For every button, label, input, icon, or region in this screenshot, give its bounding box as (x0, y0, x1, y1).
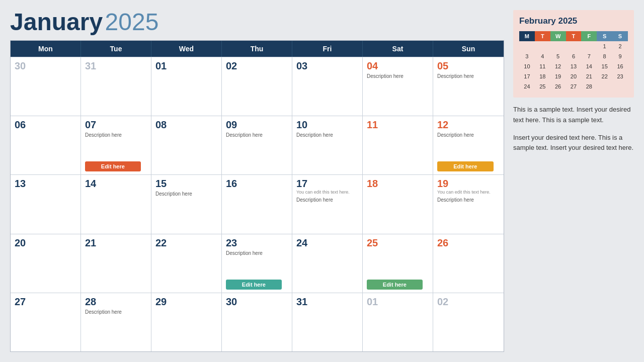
mini-cal-day: 4 (535, 51, 550, 61)
mini-cal-day: 5 (550, 51, 566, 61)
calendar-cell: 18 (363, 175, 433, 233)
mini-cal-day (550, 41, 566, 51)
edit-button[interactable]: Edit here (367, 280, 423, 290)
description-text: Description here (437, 197, 500, 203)
calendar-cell: 17You can edit this text here.Descriptio… (292, 175, 363, 233)
weekday-header: Wed (151, 41, 222, 57)
mini-cal-day: 24 (519, 81, 535, 92)
description-small: You can edit this text here. (296, 190, 358, 195)
calendar-cell: 05Description here (433, 57, 504, 116)
day-number: 07 (85, 119, 147, 130)
description-text: Description here (226, 250, 288, 256)
edit-button[interactable]: Edit here (85, 161, 141, 171)
calendar-cell: 29 (151, 293, 222, 351)
sidebar-text-1: This is a sample text. Insert your desir… (513, 105, 634, 126)
mini-cal-day: 12 (550, 61, 566, 71)
calendar-cell: 23Description hereEdit here (222, 234, 292, 293)
day-number: 09 (226, 119, 288, 130)
mini-cal-day (581, 41, 597, 51)
calendar-cell: 01 (151, 57, 222, 116)
mini-cal-day (597, 81, 612, 92)
mini-cal-day: 9 (612, 51, 628, 61)
mini-cal-day: 27 (566, 81, 582, 92)
day-number: 16 (226, 178, 288, 189)
mini-cal-header: S (597, 31, 612, 41)
calendar-cell: 14 (81, 175, 151, 233)
mini-cal-day: 20 (566, 71, 582, 81)
description-text: Description here (226, 132, 288, 138)
mini-cal-day (535, 41, 550, 51)
mini-cal-day: 22 (597, 71, 612, 81)
day-number: 30 (15, 60, 76, 71)
mini-cal-day (612, 81, 628, 92)
calendar-cell: 31 (81, 57, 151, 116)
day-number: 30 (226, 296, 288, 307)
description-text: Description here (367, 73, 429, 79)
weekday-header: Mon (11, 41, 81, 57)
day-number: 08 (155, 119, 217, 130)
calendar-cell: 11 (363, 116, 433, 174)
mini-cal-day: 15 (597, 61, 612, 71)
calendar-cell: 15Description here (151, 175, 222, 233)
description-small: You can edit this text here. (437, 190, 500, 195)
calendar-row: 131415Description here1617You can edit t… (11, 174, 504, 233)
calendar-cell: 04Description here (363, 57, 433, 116)
mini-cal-day: 25 (535, 81, 550, 92)
day-number: 19 (437, 178, 500, 189)
calendar-cell: 13 (11, 175, 81, 233)
weekday-header: Fri (292, 41, 363, 57)
description-text: Description here (296, 197, 358, 203)
day-number: 05 (437, 60, 500, 71)
mini-cal-grid: MTWTFSS123456789101112131415161718192021… (519, 31, 628, 92)
day-number: 10 (296, 119, 358, 130)
sidebar: February 2025 MTWTFSS1234567891011121314… (513, 10, 634, 352)
day-number: 25 (367, 237, 429, 248)
mini-cal-day: 21 (581, 71, 597, 81)
calendar-cell: 02 (222, 57, 292, 116)
day-number: 21 (85, 237, 147, 248)
mini-cal-day: 23 (612, 71, 628, 81)
main-calendar: January 2025 MonTueWedThuFriSatSun 30310… (10, 10, 504, 352)
calendar-cell: 08 (151, 116, 222, 174)
edit-button[interactable]: Edit here (437, 161, 494, 171)
edit-button[interactable]: Edit here (226, 280, 282, 290)
calendar-grid: MonTueWedThuFriSatSun 303101020304Descri… (10, 40, 504, 352)
day-number: 22 (155, 237, 217, 248)
day-number: 11 (367, 119, 429, 130)
day-number: 13 (15, 178, 76, 189)
day-number: 17 (296, 178, 358, 189)
mini-cal-header: T (566, 31, 582, 41)
mini-cal-day: 16 (612, 61, 628, 71)
mini-cal-day: 7 (581, 51, 597, 61)
year-label: 2025 (105, 9, 159, 35)
calendar-cell: 16 (222, 175, 292, 233)
calendar-cell: 25Edit here (363, 234, 433, 293)
calendar-cell: 10Description here (292, 116, 363, 174)
calendar-row: 2728Description here2930310102 (11, 293, 504, 351)
day-number: 12 (437, 119, 500, 130)
calendar-cell: 30 (222, 293, 292, 351)
sidebar-text-2: Insert your desired text here. This is a… (513, 133, 634, 154)
mini-cal-header: W (550, 31, 566, 41)
day-number: 04 (367, 60, 429, 71)
day-number: 18 (367, 178, 429, 189)
calendar-row: 303101020304Description here05Descriptio… (11, 57, 504, 116)
calendar-cell: 22 (151, 234, 222, 293)
calendar-cell: 07Description hereEdit here (81, 116, 151, 174)
day-number: 20 (15, 237, 76, 248)
description-text: Description here (296, 132, 358, 138)
day-number: 01 (367, 296, 429, 307)
description-text: Description here (85, 132, 147, 138)
calendar-cell: 27 (11, 293, 81, 351)
mini-cal-day: 6 (566, 51, 582, 61)
calendar-cell: 28Description here (81, 293, 151, 351)
mini-cal-day (519, 41, 535, 51)
main-title: January 2025 (10, 10, 504, 34)
calendar-cell: 12Description hereEdit here (433, 116, 504, 174)
description-text: Description here (437, 132, 500, 138)
calendar-header: MonTueWedThuFriSatSun (11, 41, 504, 57)
day-number: 26 (437, 237, 500, 248)
weekday-header: Thu (222, 41, 292, 57)
mini-cal-day: 26 (550, 81, 566, 92)
mini-cal-header: S (612, 31, 628, 41)
